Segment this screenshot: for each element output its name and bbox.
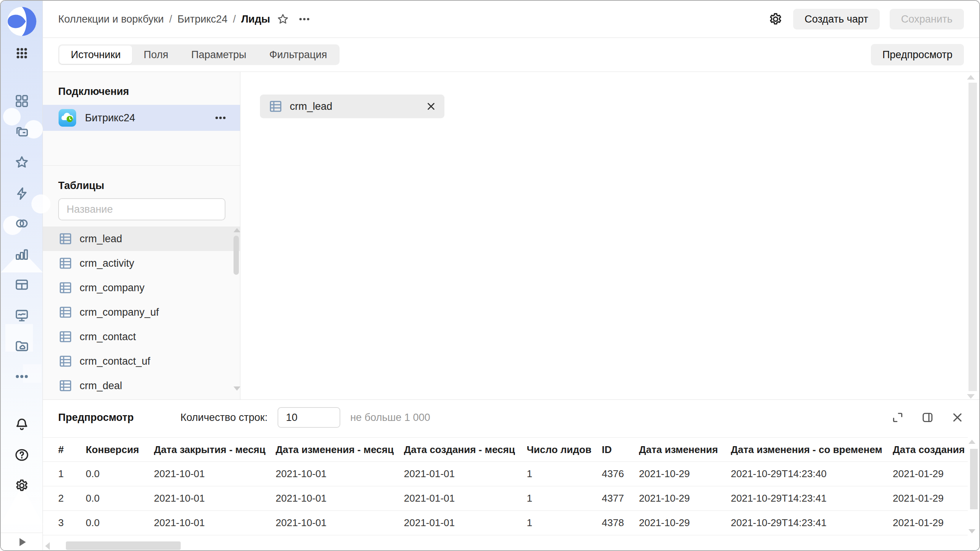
connection-name: Битрикс24 xyxy=(85,112,135,124)
preview-hscrollbar[interactable] xyxy=(43,541,968,551)
col-header: Дата закрытия - месяц xyxy=(154,444,276,456)
cell: 4377 xyxy=(602,492,639,504)
preview-panel: Предпросмотр Количество строк: не больше… xyxy=(43,399,979,550)
preview-tools xyxy=(891,411,964,424)
create-chart-button[interactable]: Создать чарт xyxy=(793,9,880,29)
settings-gear-icon[interactable] xyxy=(13,477,30,494)
col-header: Дата создания xyxy=(893,444,968,456)
help-icon[interactable] xyxy=(13,447,30,463)
table-item-crm-lead[interactable]: crm_lead xyxy=(43,227,240,251)
table-name: crm_contact xyxy=(80,331,136,343)
preview-scroll-up-arrow[interactable] xyxy=(969,440,975,444)
table-item-crm-company[interactable]: crm_company xyxy=(43,276,240,300)
sidebar-item-storage[interactable] xyxy=(13,337,30,354)
cell: 2021-01-01 xyxy=(404,517,527,529)
breadcrumb-collections[interactable]: Коллекции и воркбуки xyxy=(58,13,164,25)
cell: 2021-01-01 xyxy=(404,468,527,480)
cell: 2021-01-29 xyxy=(893,517,968,529)
sidebar-item-collections[interactable] xyxy=(13,123,30,140)
col-header: ID xyxy=(602,444,639,456)
preview-vscrollbar-thumb[interactable] xyxy=(970,449,978,509)
chip-close-icon[interactable] xyxy=(425,101,437,112)
table-name: crm_contact_uf xyxy=(80,355,150,367)
preview-expand-icon[interactable] xyxy=(891,411,904,424)
tab-fields[interactable]: Поля xyxy=(132,46,180,64)
sidebar-item-more[interactable] xyxy=(13,368,30,385)
sidebar-item-widgets[interactable] xyxy=(13,93,30,109)
list-scroll-down-arrow[interactable] xyxy=(234,386,240,391)
table-name: crm_activity xyxy=(80,258,134,269)
notifications-bell-icon[interactable] xyxy=(13,416,30,433)
cell: 2021-10-29T14:23:40 xyxy=(731,468,893,480)
list-scrollbar-thumb[interactable] xyxy=(234,236,239,275)
cell: 2021-01-29 xyxy=(893,468,968,480)
table-icon xyxy=(58,231,73,246)
preview-header: Предпросмотр Количество строк: не больше… xyxy=(43,400,979,435)
sidebar-item-tables[interactable] xyxy=(13,276,30,293)
table-item-crm-company-uf[interactable]: crm_company_uf xyxy=(43,300,240,324)
connection-item-bitrix24[interactable]: Битрикс24 xyxy=(43,105,240,131)
breadcrumb-separator: / xyxy=(169,13,172,25)
more-actions-icon[interactable] xyxy=(298,13,311,26)
cell: 2021-10-29T14:23:41 xyxy=(731,492,893,504)
table-item-crm-activity[interactable]: crm_activity xyxy=(43,251,240,276)
preview-hscrollbar-thumb[interactable] xyxy=(66,541,181,550)
table-item-crm-contact[interactable]: crm_contact xyxy=(43,324,240,349)
save-button[interactable]: Сохранить xyxy=(890,9,964,29)
table-icon xyxy=(58,256,73,271)
section-divider xyxy=(43,165,240,166)
cell: 2021-10-29 xyxy=(639,492,731,504)
favorite-star-icon[interactable] xyxy=(276,13,289,26)
table-search-input[interactable] xyxy=(58,198,225,220)
apps-grid-icon[interactable] xyxy=(13,45,30,62)
sidebar-item-datasets[interactable] xyxy=(13,215,30,232)
col-header: Дата изменения xyxy=(639,444,731,456)
sidebar-item-charts[interactable] xyxy=(13,246,30,262)
preview-title: Предпросмотр xyxy=(58,412,134,424)
table-item-crm-deal[interactable]: crm_deal xyxy=(43,373,240,398)
row-count-input[interactable] xyxy=(278,407,340,428)
table-item-crm-contact-uf[interactable]: crm_contact_uf xyxy=(43,349,240,373)
cell: 2021-10-01 xyxy=(276,517,404,529)
cell: 0.0 xyxy=(86,468,154,480)
sidebar-item-editor[interactable] xyxy=(13,307,30,324)
topbar-actions: Создать чарт Сохранить xyxy=(768,9,964,29)
connection-more-icon[interactable] xyxy=(214,111,227,124)
cell: 2021-10-29 xyxy=(639,517,731,529)
table-icon xyxy=(268,99,283,114)
tab-filtering[interactable]: Фильтрация xyxy=(258,46,339,64)
preview-dock-panel-icon[interactable] xyxy=(921,411,934,424)
table-icon xyxy=(58,280,73,295)
sidebar-item-connections[interactable] xyxy=(13,185,30,202)
sidebar-item-favorites[interactable] xyxy=(13,154,30,171)
tab-sources[interactable]: Источники xyxy=(59,46,132,64)
play-expand-icon xyxy=(15,535,29,549)
preview-close-icon[interactable] xyxy=(951,411,964,424)
breadcrumb-separator: / xyxy=(233,13,236,25)
cell: 2021-10-01 xyxy=(154,517,276,529)
preview-scroll-down-arrow[interactable] xyxy=(969,529,975,533)
deco-circle xyxy=(31,194,51,214)
sidebar-expand-button[interactable] xyxy=(1,533,42,550)
breadcrumb-workbook[interactable]: Битрикс24 xyxy=(177,13,227,25)
dataset-settings-gear-icon[interactable] xyxy=(768,11,783,27)
canvas-scroll-down-arrow[interactable] xyxy=(967,394,975,399)
table-icon xyxy=(58,378,73,393)
cell: 1 xyxy=(527,492,602,504)
canvas-scrollbar-thumb[interactable] xyxy=(969,83,977,391)
source-chip-crm-lead[interactable]: crm_lead xyxy=(260,95,444,118)
preview-toggle-button[interactable]: Предпросмотр xyxy=(871,44,964,65)
tables-list: crm_lead crm_activity crm_company crm_co… xyxy=(43,227,240,398)
tabbar: Источники Поля Параметры Фильтрация Пред… xyxy=(43,38,979,72)
preview-scroll-left-arrow[interactable] xyxy=(45,542,50,550)
datalens-logo[interactable] xyxy=(7,7,37,36)
list-scroll-up-arrow[interactable] xyxy=(234,228,240,232)
table-name: crm_lead xyxy=(80,233,122,245)
cell: 2021-10-29 xyxy=(639,468,731,480)
table-row: 1 0.0 2021-10-01 2021-10-01 2021-01-01 1… xyxy=(43,462,968,486)
dataset-tabs: Источники Поля Параметры Фильтрация xyxy=(58,44,340,65)
table-icon xyxy=(58,305,73,320)
canvas-scroll-up-arrow[interactable] xyxy=(967,75,975,80)
tab-parameters[interactable]: Параметры xyxy=(180,46,258,64)
cell: 1 xyxy=(527,468,602,480)
